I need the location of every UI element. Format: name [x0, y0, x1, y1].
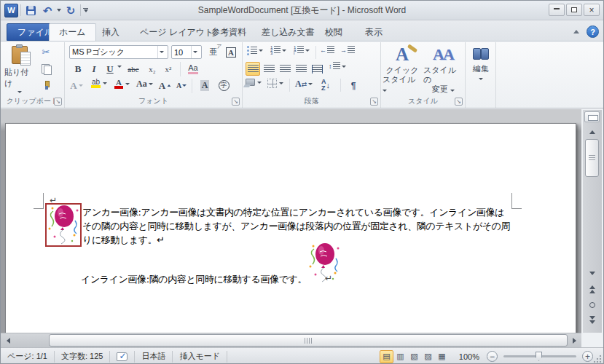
- zoom-in-button[interactable]: +: [582, 351, 593, 362]
- scroll-left-button[interactable]: [2, 335, 14, 347]
- strikethrough-button[interactable]: abc: [126, 62, 141, 76]
- sort-button[interactable]: AZ ↓: [321, 79, 330, 92]
- line-spacing-button[interactable]: ↕: [329, 62, 346, 71]
- vertical-scroll-thumb[interactable]: [585, 139, 599, 177]
- tab-view[interactable]: 表示: [356, 23, 392, 41]
- shrink-font-button[interactable]: A: [174, 79, 189, 92]
- proofing-status[interactable]: ✓: [110, 351, 135, 363]
- format-painter-button[interactable]: [39, 79, 53, 92]
- language-indicator[interactable]: 日本語: [135, 351, 173, 363]
- horizontal-scroll-thumb[interactable]: [49, 334, 568, 347]
- show-marks-button[interactable]: ¶: [346, 79, 361, 92]
- grow-font-button[interactable]: A: [158, 79, 173, 92]
- word-logo-icon[interactable]: W: [4, 4, 18, 17]
- minimize-button[interactable]: [549, 4, 565, 16]
- copy-button[interactable]: [39, 62, 53, 76]
- undo-dropdown[interactable]: [57, 9, 61, 12]
- text-effects-button[interactable]: A: [69, 79, 84, 92]
- shading-button[interactable]: [246, 79, 262, 86]
- close-button[interactable]: ×: [584, 4, 600, 16]
- font-name-value: MS Pゴシック: [72, 47, 125, 58]
- select-browse-object-button[interactable]: [585, 299, 599, 311]
- draft-view-button[interactable]: ▦: [435, 350, 449, 363]
- zoom-slider[interactable]: [503, 355, 576, 357]
- align-center-icon: [264, 65, 275, 74]
- web-layout-view-button[interactable]: ▧: [407, 350, 421, 363]
- restore-button[interactable]: [566, 4, 582, 16]
- character-shading-button[interactable]: A: [197, 79, 212, 92]
- fullscreen-reading-view-button[interactable]: ▥: [393, 350, 407, 363]
- tab-mailings[interactable]: 差し込み文書: [252, 23, 324, 41]
- decrease-indent-button[interactable]: ←: [320, 46, 334, 55]
- underline-button[interactable]: U: [103, 62, 117, 76]
- font-name-combo[interactable]: MS Pゴシック: [69, 45, 168, 59]
- distribute-button[interactable]: [310, 62, 324, 76]
- anchored-balloon-image[interactable]: [45, 203, 82, 247]
- insert-mode-indicator[interactable]: 挿入モード: [173, 351, 227, 363]
- tab-references[interactable]: 参考資料: [202, 23, 256, 41]
- customize-qat-button[interactable]: [83, 8, 88, 12]
- word-count[interactable]: 文字数: 125: [55, 351, 110, 363]
- clipboard-dialog-launcher[interactable]: ↘: [54, 98, 62, 106]
- scroll-up-button[interactable]: [585, 126, 599, 138]
- tab-insert[interactable]: 挿入: [93, 23, 129, 41]
- superscript-button[interactable]: x²: [161, 62, 176, 76]
- increase-indent-button[interactable]: →: [340, 46, 355, 55]
- font-size-dropdown-icon[interactable]: [191, 46, 199, 58]
- triangle-up-icon: [589, 130, 595, 134]
- save-button[interactable]: [23, 3, 38, 17]
- scroll-down-button[interactable]: [585, 267, 599, 279]
- justify-button[interactable]: [294, 62, 308, 76]
- tab-home[interactable]: ホーム: [49, 23, 96, 41]
- redo-button[interactable]: ↻: [63, 3, 78, 17]
- multilevel-list-button[interactable]: 1ai: [294, 46, 310, 55]
- underline-dropdown[interactable]: [117, 68, 122, 78]
- numbering-button[interactable]: 123: [270, 46, 286, 55]
- ruler-toggle-button[interactable]: [584, 111, 600, 122]
- character-border-button[interactable]: A: [224, 45, 238, 59]
- collapse-ribbon-button[interactable]: [570, 27, 582, 37]
- align-center-button[interactable]: [262, 62, 276, 76]
- highlight-button[interactable]: ab: [91, 79, 107, 88]
- phonetic-guide-button[interactable]: 亜ア: [206, 45, 221, 59]
- font-color-button[interactable]: A: [114, 79, 130, 89]
- clear-formatting-button[interactable]: Aa: [186, 62, 200, 76]
- character-border-icon: A: [226, 47, 236, 58]
- page-indicator[interactable]: ページ: 1/1: [1, 351, 55, 363]
- inline-balloon-image[interactable]: [307, 242, 341, 285]
- cut-button[interactable]: ✂: [39, 45, 53, 59]
- previous-page-button[interactable]: [585, 283, 599, 295]
- horizontal-scrollbar[interactable]: [1, 333, 581, 347]
- scroll-right-button[interactable]: [568, 335, 580, 347]
- italic-button[interactable]: I: [87, 62, 101, 76]
- vertical-scrollbar[interactable]: [583, 110, 602, 333]
- next-page-button[interactable]: [585, 314, 599, 325]
- asian-layout-button[interactable]: A⇄: [295, 79, 313, 90]
- paragraph-dialog-launcher[interactable]: ↘: [370, 98, 378, 106]
- help-button[interactable]: ?: [587, 25, 599, 38]
- outline-view-button[interactable]: ▨: [421, 350, 435, 363]
- document-area[interactable]: ↵ アンカー画像:アンカー画像は文書内の特定な位置にアンカーされ: [1, 109, 581, 333]
- document-page[interactable]: ↵ アンカー画像:アンカー画像は文書内の特定な位置にアンカーされ: [5, 123, 576, 333]
- paste-button[interactable]: 貼り付け: [4, 44, 35, 93]
- undo-button[interactable]: ↶: [40, 3, 55, 17]
- align-right-button[interactable]: [278, 62, 292, 76]
- bold-button[interactable]: B: [71, 62, 85, 76]
- font-size-combo[interactable]: 10: [171, 45, 202, 59]
- borders-button[interactable]: [267, 79, 283, 88]
- zoom-out-button[interactable]: −: [487, 351, 498, 362]
- font-dialog-launcher[interactable]: ↘: [232, 98, 240, 106]
- enclose-characters-button[interactable]: 字: [216, 79, 231, 92]
- editing-button[interactable]: 編集: [461, 44, 501, 105]
- font-name-dropdown-icon[interactable]: [157, 46, 165, 58]
- change-case-button[interactable]: Aa: [136, 79, 153, 90]
- zoom-level[interactable]: 100%: [459, 352, 479, 361]
- resize-grip[interactable]: [593, 355, 602, 363]
- zoom-slider-thumb[interactable]: [536, 352, 542, 361]
- align-left-button[interactable]: [246, 62, 260, 76]
- print-layout-view-button[interactable]: ▤: [380, 350, 393, 363]
- bullets-button[interactable]: [247, 46, 263, 55]
- subscript-button[interactable]: x₂: [145, 62, 160, 76]
- paragraph-mark: ↵: [325, 273, 332, 283]
- tab-review[interactable]: 校閲: [315, 23, 352, 41]
